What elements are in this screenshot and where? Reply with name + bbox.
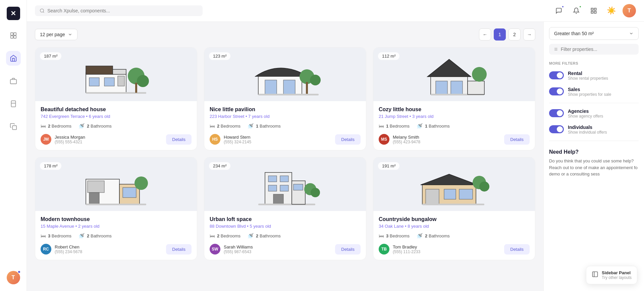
agent-details-4: Robert Chen (555) 234-5678	[55, 244, 82, 254]
right-sidebar: Greater than 50 m² MORE FILTERS Rental S…	[543, 22, 644, 291]
chat-button[interactable]	[553, 5, 565, 17]
svg-marker-57	[421, 174, 478, 185]
individuals-toggle[interactable]	[549, 125, 564, 133]
user-avatar[interactable]: T	[623, 4, 636, 17]
search-input[interactable]	[47, 8, 198, 13]
rental-toggle[interactable]	[549, 71, 564, 79]
card-title-3: Cozy little house	[379, 106, 530, 113]
filter-row-agencies: Agencies Show agency offers	[549, 108, 639, 119]
bathroom-count-6: 2 Bathrooms	[425, 233, 450, 238]
details-button-3[interactable]: Details	[504, 134, 530, 145]
area-badge-2: 123 m²	[209, 52, 230, 60]
search-icon	[40, 8, 45, 13]
house-illustration-1	[79, 53, 153, 96]
grid-view-button[interactable]	[588, 5, 600, 17]
card-body-1: Beautiful detached house 742 Evergreen T…	[35, 101, 197, 150]
svg-rect-59	[444, 189, 456, 199]
card-features-6: 🛏 3 Bedrooms 🚿 2 Bathrooms	[379, 233, 530, 239]
notifications-button[interactable]	[570, 5, 582, 17]
filter-row-rental: Rental Show rental properties	[549, 71, 639, 81]
agencies-toggle[interactable]	[549, 109, 564, 117]
svg-rect-1	[13, 33, 16, 35]
card-footer-2: HS Howard Stern (555) 324-2145 Details	[210, 134, 361, 145]
card-body-2: Nice little pavilion 223 Harbor Street •…	[204, 101, 366, 150]
bedrooms-feature-2: 🛏 2 Bedrooms	[210, 123, 240, 129]
individuals-filter-desc: Show individual offers	[568, 130, 607, 135]
area-filter-dropdown[interactable]: Greater than 50 m²	[549, 27, 639, 40]
agent-name-5: Sarah Williams	[224, 244, 253, 249]
details-button-6[interactable]: Details	[504, 244, 530, 254]
filter-search-input[interactable]	[561, 47, 634, 52]
bath-icon-6: 🚿	[416, 233, 423, 239]
nav-avatar-dot	[17, 270, 21, 274]
details-button-5[interactable]: Details	[335, 244, 361, 254]
per-page-select[interactable]: 12 per page	[35, 29, 77, 40]
card-features-3: 🛏 1 Bedrooms 🚿 1 Bathrooms	[379, 123, 530, 129]
bed-icon-4: 🛏	[41, 233, 46, 239]
agent-avatar-6: TB	[379, 244, 389, 254]
nav-icon-copy[interactable]	[6, 119, 21, 134]
next-page-button[interactable]: →	[523, 28, 535, 41]
details-button-2[interactable]: Details	[335, 134, 361, 145]
card-image-6: 191 m²	[373, 157, 535, 211]
agent-name-3: Melany Smith	[393, 135, 420, 140]
filter-search-icon	[554, 47, 558, 52]
svg-rect-16	[113, 69, 126, 74]
filter-search-box[interactable]	[549, 44, 639, 55]
property-card-6: 191 m²	[373, 157, 535, 260]
prev-page-button[interactable]: ←	[479, 28, 491, 41]
card-title-6: Countryside bungalow	[379, 216, 530, 222]
nav-icon-properties[interactable]	[6, 51, 21, 66]
sales-toggle[interactable]	[549, 87, 564, 95]
agent-info-6: TB Tom Bradley (555) 111-2233	[379, 244, 420, 254]
agent-details-5: Sarah Williams (555) 987-6543	[224, 244, 253, 254]
svg-point-37	[472, 67, 487, 82]
bedrooms-feature-6: 🛏 3 Bedrooms	[379, 233, 410, 239]
area-badge-5: 234 m²	[209, 162, 230, 170]
svg-rect-29	[306, 82, 308, 94]
card-address-5: 88 Downtown Blvd • 5 years old	[210, 224, 361, 229]
cards-grid: 187 m²	[35, 47, 535, 260]
svg-rect-22	[135, 83, 137, 93]
bath-icon-5: 🚿	[247, 233, 254, 239]
hint-text: Sidebar Panel Try other layouts	[602, 270, 632, 280]
bedrooms-feature-1: 🛏 2 Bedrooms	[41, 123, 71, 129]
svg-rect-51	[258, 204, 315, 205]
rental-filter-desc: Show rental properties	[568, 76, 608, 81]
nav-user-avatar[interactable]: T	[7, 271, 20, 284]
svg-rect-11	[594, 8, 596, 10]
details-button-4[interactable]: Details	[166, 244, 192, 254]
page-2-button[interactable]: 2	[508, 28, 521, 41]
bathroom-count-1: 2 Bathrooms	[87, 124, 112, 129]
svg-point-63	[479, 181, 489, 192]
svg-point-30	[310, 75, 321, 85]
nav-icon-layers[interactable]	[6, 96, 21, 111]
bedroom-count-6: 3 Bedrooms	[386, 233, 410, 238]
svg-rect-67	[593, 272, 598, 277]
left-nav: ✕ T	[0, 0, 27, 291]
svg-rect-19	[118, 76, 124, 86]
app-logo[interactable]: ✕	[7, 7, 20, 20]
agent-name-6: Tom Bradley	[393, 244, 420, 249]
agent-avatar-1: JM	[41, 134, 51, 145]
page-1-button[interactable]: 1	[494, 28, 506, 41]
nav-icon-dashboard[interactable]	[6, 28, 21, 43]
theme-toggle-button[interactable]: ☀️	[605, 5, 617, 17]
nav-icon-briefcase[interactable]	[6, 74, 21, 88]
filter-divider-1	[549, 103, 639, 103]
agent-phone-2: (555) 324-2145	[224, 140, 251, 144]
search-box[interactable]	[35, 5, 203, 16]
svg-point-23	[137, 75, 149, 87]
svg-rect-42	[123, 188, 136, 198]
agent-phone-4: (555) 234-5678	[55, 249, 82, 254]
sidebar-panel-hint[interactable]: Sidebar Panel Try other layouts	[586, 266, 637, 284]
svg-rect-2	[10, 36, 13, 38]
agent-name-2: Howard Stern	[224, 135, 251, 140]
bath-icon: 🚿	[78, 123, 85, 129]
card-address-2: 223 Harbor Street • 7 years old	[210, 114, 361, 119]
card-image-1: 187 m²	[35, 48, 197, 101]
notifications-dot	[579, 5, 582, 8]
svg-point-8	[40, 9, 44, 12]
details-button-1[interactable]: Details	[166, 134, 192, 145]
card-body-6: Countryside bungalow 34 Oak Lane • 8 yea…	[373, 211, 535, 260]
